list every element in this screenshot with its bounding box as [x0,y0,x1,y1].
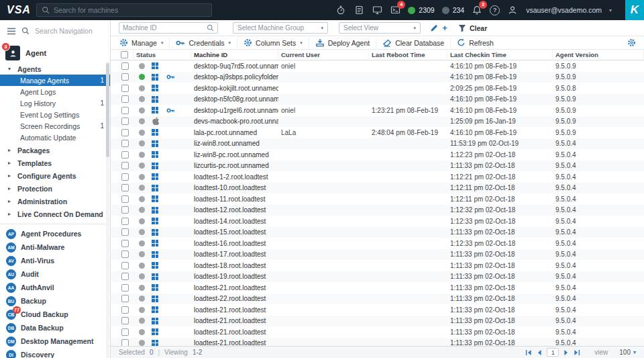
machine-id-cell[interactable]: loadtest-21.root.loadtest [191,284,278,292]
row-checkbox[interactable] [121,85,129,92]
row-checkbox[interactable] [121,107,129,114]
sidebar-module-data-backup[interactable]: DBData Backup [0,321,110,334]
row-checkbox[interactable] [121,162,129,169]
sidebar-group-live-connect-on-demand[interactable]: ▸Live Connect On Demand [0,208,110,220]
vsa-logo[interactable]: VSA [7,4,31,16]
user-email[interactable]: vsauser@vsademo.com [526,6,602,14]
sidebar-group-administration[interactable]: ▸Administration [0,195,110,207]
machine-group-select[interactable]: Select Machine Group ▾ [233,22,328,34]
scrollbar-thumb[interactable] [106,63,109,157]
refresh-button[interactable]: Refresh [451,38,500,48]
table-row[interactable]: desktop-n5fc08g.root.unnamed4:16:10 pm 0… [111,94,644,105]
column-header-agent-version[interactable]: Agent Version [553,50,644,60]
machine-id-cell[interactable]: desktop-n5fc08g.root.unnamed [191,95,278,103]
sidebar-item-log-history[interactable]: Log History1 [0,97,110,109]
table-row[interactable]: loadtest-19.root.loadtest1:11:33 pm 02-O… [111,271,644,283]
row-checkbox[interactable] [121,317,129,324]
document-icon[interactable] [354,5,364,15]
user-icon[interactable] [507,5,518,15]
table-row[interactable]: loadtest-17.root.loadtest1:11:33 pm 02-O… [111,249,644,261]
row-checkbox[interactable] [121,251,129,258]
page-size-select[interactable]: 100▾ [619,349,636,356]
table-row[interactable]: loadtest-21.root.loadtest1:11:33 pm 02-O… [111,304,644,316]
row-checkbox[interactable] [121,328,129,336]
table-row[interactable]: devs-macbook-pro.root.unnamed1:25:09 pm … [111,116,644,128]
row-checkbox[interactable] [121,228,129,236]
sidebar-scrollbar[interactable] [106,62,109,358]
row-checkbox[interactable] [121,218,129,225]
column-header-current-user[interactable]: Current User [278,50,369,60]
machine-id-cell[interactable]: lala-pc.root.unnamed [191,129,278,136]
global-search-input[interactable] [54,6,207,14]
help-icon[interactable]: ? [490,5,500,15]
column-header-last-reboot-time[interactable]: Last Reboot Time [369,50,447,60]
row-checkbox[interactable] [121,273,129,280]
row-checkbox[interactable] [121,140,129,147]
clear-filter-button[interactable]: Clear [458,23,487,34]
hamburger-icon[interactable] [7,28,16,35]
clear-database-button[interactable]: Clear Database [376,38,451,48]
previous-page-icon[interactable] [537,349,542,356]
table-row[interactable]: liz-win8.root.unnamed11:53:19 pm 02-Oct-… [111,138,644,150]
plus-icon[interactable]: + [441,23,449,33]
column-sets-button[interactable]: Column Sets▾ [237,38,309,48]
row-checkbox[interactable] [121,129,129,136]
machine-id-cell[interactable]: loadtest-17.root.loadtest [191,251,278,258]
table-row[interactable]: loadtest-21.root.loadtest1:11:33 pm 02-O… [111,282,644,294]
sidebar-group-packages[interactable]: ▸Packages [0,144,110,156]
sidebar-group-protection[interactable]: ▸Protection [0,183,110,194]
first-page-icon[interactable] [525,349,532,356]
table-row[interactable]: desktop-9uq7rd5.root.unnamedoniel4:16:10… [111,60,644,72]
agents-offline-count[interactable]: 234 [442,6,465,14]
table-row[interactable]: loadtest-22.root.loadtest1:11:33 pm 02-O… [111,294,644,305]
column-header-last-checkin-time[interactable]: Last Checkin Time [447,50,553,60]
next-page-icon[interactable] [564,349,569,356]
grid-settings-gear-icon[interactable] [627,38,636,47]
table-row[interactable]: loadtest-14.root.loadtest1:12:33 pm 02-O… [111,216,644,227]
row-checkbox[interactable] [121,62,129,70]
row-checkbox[interactable] [121,184,129,191]
sidebar-module-anti-malware[interactable]: AMAnti-Malware [0,240,110,254]
row-checkbox[interactable] [121,306,129,314]
sidebar-module-agent[interactable]: 3 Agent [0,44,110,62]
sidebar-item-event-log-settings[interactable]: Event Log Settings [0,109,110,120]
machine-id-cell[interactable]: loadtest-1-2.root.loadtest [191,173,278,181]
deploy-agent-button[interactable]: Deploy Agent [309,38,376,48]
sidebar-module-desktop-management[interactable]: DMDesktop Management [0,334,110,348]
column-header-status[interactable]: Status [133,50,191,60]
table-row[interactable]: lizcurtis-pc.root.unnamed1:11:33 pm 02-O… [111,161,644,172]
row-checkbox[interactable] [121,118,129,125]
table-row[interactable]: loadtest-11.root.loadtest1:12:11 pm 02-O… [111,193,644,205]
row-checkbox[interactable] [121,151,129,159]
row-checkbox[interactable] [121,295,129,302]
table-row[interactable]: desktop-u1rgel6.root.unnamedoniel1:23:21… [111,105,644,116]
row-checkbox[interactable] [121,240,129,247]
machine-id-cell[interactable]: lizcurtis-pc.root.unnamed [191,162,278,169]
row-checkbox[interactable] [121,195,129,203]
table-row[interactable]: loadtest-21.root.loadtest1:11:33 pm 02-O… [111,316,644,327]
table-row[interactable]: desktop-aj9sbps.policyfolder.root4:16:10… [111,72,644,83]
agents-online-count[interactable]: 2309 [408,6,434,14]
machine-id-cell[interactable]: loadtest-12.root.loadtest [191,206,278,214]
row-checkbox[interactable] [121,206,129,214]
sidebar-module-discovery[interactable]: DIDiscovery [0,348,110,358]
remote-sessions-icon[interactable]: 4 [390,5,400,15]
pencil-icon[interactable] [429,23,439,34]
machine-id-cell[interactable]: loadtest-15.root.loadtest [191,228,278,236]
machine-id-cell[interactable]: liz-win8.root.unnamed [191,140,278,147]
machine-id-cell[interactable]: loadtest-18.root.loadtest [191,262,278,269]
machine-id-cell[interactable]: loadtest-21.root.loadtest [191,306,278,314]
row-checkbox[interactable] [121,95,129,103]
credentials-button[interactable]: Credentials▾ [170,38,237,48]
table-row[interactable]: loadtest-10.root.loadtest1:12:11 pm 02-O… [111,183,644,194]
machine-id-cell[interactable]: desktop-aj9sbps.policyfolder.root [191,73,278,81]
sidebar-module-authanvil[interactable]: AAAuthAnvil [0,281,110,294]
machine-id-cell[interactable]: liz-win8-pc.root.unnamed [191,151,278,159]
row-checkbox[interactable] [121,173,129,181]
machine-id-cell[interactable]: loadtest-11.root.loadtest [191,195,278,203]
sidebar-module-anti-virus[interactable]: AVAnti-Virus [0,254,110,267]
machine-id-cell[interactable]: desktop-u1rgel6.root.unnamed [191,107,278,114]
row-checkbox[interactable] [121,73,129,81]
machine-id-input[interactable] [123,24,204,32]
select-all-checkbox[interactable] [121,51,128,58]
